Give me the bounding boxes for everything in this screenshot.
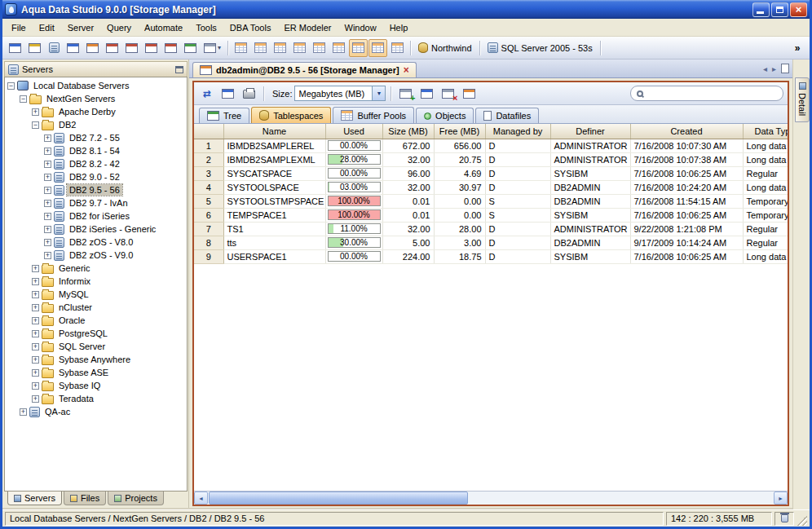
schema-browser-button[interactable]: [83, 39, 102, 57]
cell-size[interactable]: 32.00: [382, 152, 434, 166]
row-number-cell[interactable]: 2: [194, 152, 223, 166]
print-button[interactable]: [240, 85, 258, 103]
cell-size[interactable]: 32.00: [382, 222, 434, 236]
tab-tree[interactable]: Tree: [199, 108, 249, 123]
detail-tab[interactable]: Detail: [795, 77, 810, 122]
tab-buffer-pools[interactable]: Buffer Pools: [333, 107, 414, 123]
cell-size[interactable]: 224.00: [382, 249, 434, 263]
cell-size[interactable]: 672.00: [382, 139, 434, 152]
tree-item-db2-9-7-ivan[interactable]: +DB2 9.7 - IvAn: [5, 196, 187, 209]
sidebar-tab-files[interactable]: Files: [64, 492, 106, 505]
sidebar-tab-projects[interactable]: Projects: [108, 492, 164, 505]
cell-definer[interactable]: DB2ADMIN: [550, 194, 630, 208]
cell-size[interactable]: 0.01: [382, 194, 434, 208]
grid-view-8-button[interactable]: [368, 39, 387, 57]
tab-list-icon[interactable]: [781, 64, 789, 73]
tree-item-sybase-ase[interactable]: +Sybase ASE: [5, 366, 187, 379]
prev-tab-icon[interactable]: ◂: [763, 64, 767, 73]
refresh-button[interactable]: ⇄: [198, 85, 216, 103]
cell-free[interactable]: 656.00: [434, 139, 485, 152]
tree-plus-icon[interactable]: +: [32, 317, 39, 324]
cell-created[interactable]: 7/16/2008 10:06:25 AM: [630, 166, 743, 180]
tree-plus-icon[interactable]: +: [44, 161, 51, 168]
tree-item-db2-zos-v9-0[interactable]: +DB2 zOS - V9.0: [5, 249, 187, 262]
menu-query[interactable]: Query: [100, 20, 138, 35]
row-number-cell[interactable]: 3: [194, 166, 223, 180]
row-number-cell[interactable]: 9: [194, 249, 223, 263]
cell-managed-by[interactable]: S: [485, 208, 550, 222]
add-tablespace-button[interactable]: [396, 85, 415, 103]
registered-servers-button[interactable]: [45, 39, 63, 57]
row-number-cell[interactable]: 5: [194, 194, 223, 208]
tree-plus-icon[interactable]: +: [44, 213, 51, 220]
cell-managed-by[interactable]: D: [485, 166, 550, 180]
cell-name[interactable]: USERSPACE1: [223, 249, 325, 263]
cell-definer[interactable]: DB2ADMIN: [550, 180, 630, 194]
tree-plus-icon[interactable]: +: [44, 226, 51, 233]
menu-dba-tools[interactable]: DBA Tools: [223, 20, 278, 35]
cell-used[interactable]: 30.00%: [325, 236, 382, 249]
tree-item-local-database-servers[interactable]: −Local Database Servers: [5, 79, 187, 92]
grid-view-4-button[interactable]: [290, 39, 309, 57]
edit-tablespace-button[interactable]: [417, 85, 436, 103]
tree-item-db2-for-iseries[interactable]: +DB2 for iSeries: [5, 209, 187, 223]
menu-edit[interactable]: Edit: [33, 20, 61, 35]
column-header-size-mb[interactable]: Size (MB): [382, 124, 434, 139]
titlebar[interactable]: Aqua Data Studio 9.0.0 [Storage Manager]…: [2, 0, 810, 19]
cell-used[interactable]: 11.00%: [325, 222, 382, 236]
table-data-editor-button[interactable]: [142, 39, 161, 57]
cell-name[interactable]: IBMDB2SAMPLEXML: [223, 152, 325, 166]
cell-managed-by[interactable]: D: [485, 180, 550, 194]
cell-free[interactable]: 4.69: [434, 166, 485, 180]
cell-data-type[interactable]: Long data: [743, 180, 788, 194]
cell-created[interactable]: 9/17/2009 10:14:24 AM: [630, 236, 743, 249]
column-header-data-type[interactable]: Data Type: [743, 124, 788, 139]
cell-free[interactable]: 28.00: [434, 222, 485, 236]
gc-button[interactable]: [774, 512, 794, 526]
save-options-button[interactable]: ▾: [201, 39, 224, 57]
scroll-right-icon[interactable]: ►: [774, 492, 788, 505]
menu-help[interactable]: Help: [383, 20, 415, 35]
cell-managed-by[interactable]: D: [485, 249, 550, 263]
tree-plus-icon[interactable]: +: [44, 148, 51, 155]
cell-data-type[interactable]: Regular: [743, 236, 788, 249]
cell-definer[interactable]: ADMINISTRATOR: [550, 139, 630, 152]
cell-used[interactable]: 100.00%: [325, 194, 382, 208]
tree-item-db2-iseries-generic[interactable]: +DB2 iSeries - Generic: [5, 223, 187, 236]
column-header-free-mb[interactable]: Free (MB): [434, 124, 485, 139]
sidebar-tab-servers[interactable]: Servers: [7, 492, 62, 505]
query-analyzer-button[interactable]: [103, 39, 121, 57]
cell-created[interactable]: 9/22/2008 1:21:08 PM: [630, 222, 743, 236]
tree-item-oracle[interactable]: +Oracle: [5, 314, 187, 327]
tree-item-informix[interactable]: +Informix: [5, 275, 187, 288]
column-header-definer[interactable]: Definer: [550, 124, 630, 139]
column-header-managed-by[interactable]: Managed by: [485, 124, 550, 139]
tree-plus-icon[interactable]: +: [32, 356, 39, 364]
cell-data-type[interactable]: Regular: [743, 222, 788, 236]
cell-data-type[interactable]: Long data: [743, 249, 788, 263]
cell-name[interactable]: IBMDB2SAMPLEREL: [223, 139, 325, 152]
tree-plus-icon[interactable]: +: [32, 291, 39, 298]
cell-used[interactable]: 100.00%: [325, 208, 382, 222]
cell-used[interactable]: 00.00%: [325, 139, 382, 152]
cell-size[interactable]: 5.00: [382, 236, 434, 249]
query-builder-button[interactable]: [122, 39, 141, 57]
row-number-cell[interactable]: 1: [194, 139, 223, 152]
tree-plus-icon[interactable]: +: [32, 265, 39, 272]
cell-definer[interactable]: SYSIBM: [550, 249, 630, 263]
cell-data-type[interactable]: Long data: [743, 152, 788, 166]
menu-server[interactable]: Server: [61, 20, 100, 35]
undock-panel-icon[interactable]: [175, 66, 183, 73]
cell-managed-by[interactable]: D: [485, 222, 550, 236]
cell-free[interactable]: 3.00: [434, 236, 485, 249]
cell-name[interactable]: TS1: [223, 222, 325, 236]
cell-data-type[interactable]: Regular: [743, 166, 788, 180]
cell-definer[interactable]: ADMINISTRATOR: [550, 222, 630, 236]
cell-used[interactable]: 03.00%: [325, 180, 382, 194]
tree-item-ncluster[interactable]: +nCluster: [5, 301, 187, 314]
cell-used[interactable]: 00.00%: [325, 166, 382, 180]
row-number-cell[interactable]: 7: [194, 222, 223, 236]
tree-item-apache-derby[interactable]: +Apache Derby: [5, 105, 187, 118]
row-number-cell[interactable]: 4: [194, 180, 223, 194]
tree-plus-icon[interactable]: +: [20, 408, 27, 416]
